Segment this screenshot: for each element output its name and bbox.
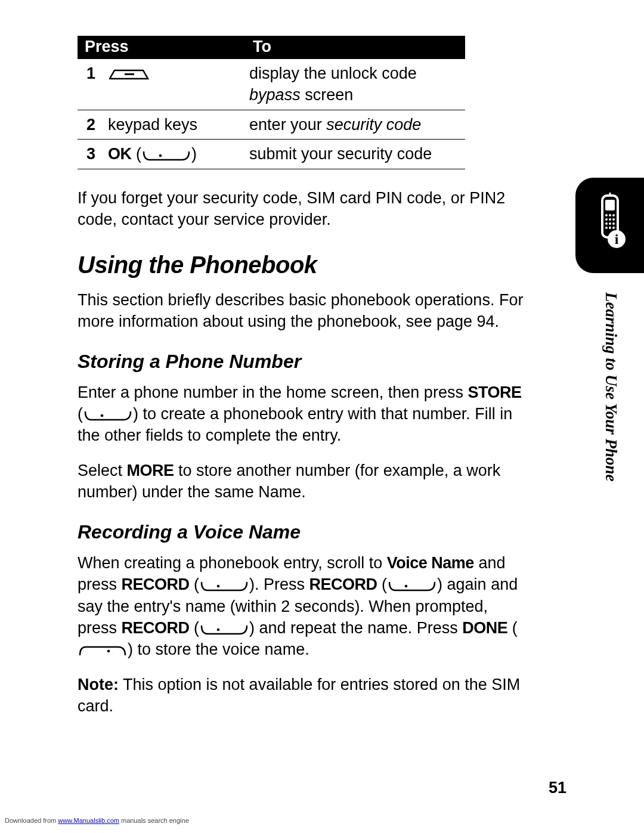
text: When creating a phonebook entry, scroll … xyxy=(78,554,387,572)
manualslib-link[interactable]: www.Manualslib.com xyxy=(58,817,119,824)
svg-point-15 xyxy=(605,227,608,229)
softkey-left-icon xyxy=(388,580,436,592)
text: Select xyxy=(78,462,127,479)
softkey-right-icon xyxy=(79,645,126,657)
voice-name-label: Voice Name xyxy=(387,554,474,572)
step-number: 1 xyxy=(78,59,104,110)
softkey-left-icon xyxy=(84,410,132,422)
record-label: RECORD xyxy=(122,575,190,593)
to-cell: enter your security code xyxy=(246,110,465,139)
side-section-label: Learning to Use Your Phone xyxy=(602,292,620,482)
text: ( xyxy=(507,619,518,637)
to-text: enter your xyxy=(249,116,326,134)
footer-pre: Downloaded from xyxy=(5,817,58,824)
more-label: MORE xyxy=(127,462,174,479)
text: ) and repeat the name. Press xyxy=(249,619,462,637)
download-footer: Downloaded from www.Manualslib.com manua… xyxy=(5,817,189,824)
forgot-code-paragraph: If you forget your security code, SIM ca… xyxy=(78,187,525,231)
section-tab: i xyxy=(575,178,644,273)
svg-point-13 xyxy=(609,222,611,225)
to-text: screen xyxy=(301,86,354,104)
text: ) to create a phonebook entry with that … xyxy=(78,405,512,444)
subheading-storing: Storing a Phone Number xyxy=(78,351,566,373)
subheading-recording: Recording a Voice Name xyxy=(78,521,566,543)
svg-point-17 xyxy=(612,227,615,229)
svg-point-14 xyxy=(612,222,615,225)
to-cell: submit your security code xyxy=(246,140,465,169)
page-number: 51 xyxy=(549,779,566,797)
manual-page: Press To 1 display the unlock code bypas… xyxy=(0,0,644,833)
col-header-to: To xyxy=(246,36,465,59)
store-label: STORE xyxy=(467,383,521,401)
done-label: DONE xyxy=(462,619,507,637)
text: ( xyxy=(377,575,388,593)
press-cell: keypad keys xyxy=(104,110,246,139)
step-number: 2 xyxy=(78,110,104,139)
press-cell: OK () xyxy=(104,140,246,169)
ok-label: OK xyxy=(108,145,132,163)
note-text: This option is not available for entries… xyxy=(78,676,520,715)
table-row: 2 keypad keys enter your security code xyxy=(78,110,465,139)
to-text: display the unlock code xyxy=(249,64,417,82)
note-label: Note: xyxy=(78,676,119,693)
svg-point-8 xyxy=(612,214,615,216)
svg-point-9 xyxy=(605,218,608,221)
svg-point-16 xyxy=(609,227,611,229)
storing-paragraph: Enter a phone number in the home screen,… xyxy=(78,382,525,447)
table-row: 1 display the unlock code bypass screen xyxy=(78,59,465,110)
intro-paragraph: This section briefly describes basic pho… xyxy=(78,289,525,333)
text: Enter a phone number in the home screen,… xyxy=(78,383,467,401)
svg-point-6 xyxy=(605,214,608,216)
svg-point-7 xyxy=(609,214,611,216)
svg-point-11 xyxy=(612,218,615,221)
text: ). Press xyxy=(249,575,309,593)
svg-point-10 xyxy=(609,218,611,221)
softkey-left-icon xyxy=(143,150,190,162)
to-italic: bypass xyxy=(249,86,301,104)
phone-info-icon: i xyxy=(589,193,631,258)
svg-text:i: i xyxy=(614,231,618,247)
storing-more-paragraph: Select MORE to store another number (for… xyxy=(78,460,525,503)
col-header-press: Press xyxy=(78,36,246,59)
text: ( xyxy=(78,405,83,423)
svg-rect-5 xyxy=(605,200,615,210)
heading-using-phonebook: Using the Phonebook xyxy=(78,252,566,278)
to-italic: security code xyxy=(326,116,421,134)
text: ( xyxy=(190,575,200,593)
press-cell xyxy=(104,59,246,110)
steps-table: Press To 1 display the unlock code bypas… xyxy=(78,36,465,169)
svg-point-12 xyxy=(605,222,608,225)
to-cell: display the unlock code bypass screen xyxy=(246,59,465,110)
softkey-left-icon xyxy=(200,580,248,592)
recording-paragraph: When creating a phonebook entry, scroll … xyxy=(78,552,525,661)
menu-key-icon xyxy=(109,68,151,81)
table-row: 3 OK () submit your security code xyxy=(78,140,465,169)
record-label: RECORD xyxy=(122,619,190,637)
softkey-left-icon xyxy=(200,624,248,636)
text: ( xyxy=(190,619,200,637)
note-paragraph: Note: This option is not available for e… xyxy=(78,674,525,717)
record-label: RECORD xyxy=(309,575,377,593)
footer-post: manuals search engine xyxy=(119,817,189,824)
step-number: 3 xyxy=(78,140,104,169)
text: ) to store the voice name. xyxy=(128,640,309,658)
